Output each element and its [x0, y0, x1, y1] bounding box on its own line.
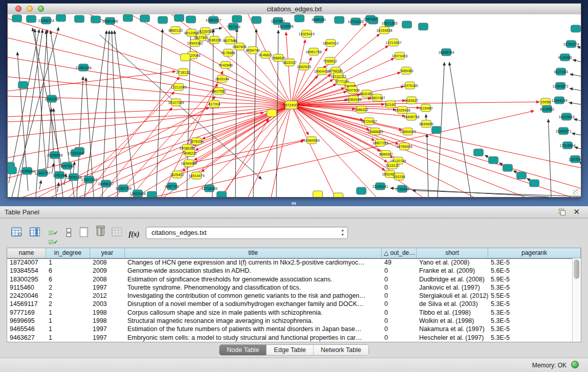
graph-node-teal[interactable] [503, 164, 513, 171]
tab-node-table[interactable]: Node Table [220, 345, 267, 355]
citation-edge-red[interactable] [177, 141, 303, 174]
graph-node-teal[interactable] [158, 16, 168, 24]
citation-edge-black[interactable] [449, 62, 471, 197]
graph-node-teal[interactable] [123, 14, 133, 21]
citation-edge-black[interactable] [574, 119, 581, 121]
citation-edge-black[interactable] [52, 163, 54, 174]
table-row[interactable]: 911546021997Tourette syndrome. Phenomeno… [7, 283, 573, 292]
citation-edge-black[interactable] [573, 60, 581, 62]
citation-edge-black[interactable] [57, 183, 59, 192]
graph-node-teal[interactable] [489, 157, 498, 164]
table-row[interactable]: 946362711997Embryonic stem cells: a mode… [7, 334, 573, 342]
citation-edge-black[interactable] [548, 119, 551, 197]
graph-node-teal[interactable] [75, 15, 84, 23]
graph-node-teal[interactable] [432, 126, 442, 134]
graph-node-teal[interactable] [147, 191, 157, 197]
graph-node-teal[interactable] [419, 23, 428, 30]
citation-edge-black[interactable] [212, 29, 213, 197]
graph-node-yellow[interactable] [313, 191, 323, 197]
citation-edge-black[interactable] [427, 134, 428, 197]
column-header-pagerank[interactable]: pagerank [488, 248, 581, 258]
vertical-scrollbar[interactable] [572, 258, 581, 342]
graph-node-teal[interactable] [18, 81, 28, 89]
citation-edge-red[interactable] [291, 105, 581, 188]
citation-edge-black[interactable] [156, 29, 163, 197]
citation-edge-red[interactable] [291, 105, 571, 197]
graph-node-yellow[interactable] [181, 54, 190, 61]
citation-edge-black[interactable] [9, 30, 39, 183]
table-row[interactable]: 969969511998Structural magnetic resonanc… [7, 317, 573, 325]
graph-node-teal[interactable] [8, 167, 17, 174]
graph-node-teal[interactable] [530, 180, 539, 187]
graph-node-teal[interactable] [12, 15, 22, 22]
resize-grip-icon[interactable] [573, 189, 580, 196]
citation-edge-black[interactable] [572, 134, 581, 136]
citation-edge-black[interactable] [115, 31, 136, 197]
citation-edge-red[interactable] [84, 77, 180, 197]
citation-edge-black[interactable] [48, 108, 51, 168]
node-attribute-table[interactable]: namein_degreeyeartitle△ out_de…shortpage… [7, 248, 581, 342]
citation-edge-black[interactable] [570, 74, 581, 76]
scrollbar-thumb[interactable] [574, 259, 579, 279]
citation-edge-red[interactable] [202, 105, 291, 172]
table-selector-dropdown[interactable]: citations_edges.txt ▲▼ [146, 227, 348, 239]
citation-edge-red[interactable] [189, 140, 304, 163]
select-columns-icon[interactable]: ☑✔☑✔ [47, 228, 60, 242]
citation-edge-red[interactable] [130, 96, 215, 197]
graph-node-teal[interactable] [175, 14, 184, 21]
column-header-out_de[interactable]: △ out_de… [382, 248, 417, 258]
table-body[interactable]: 1872400712008Changes of HCN gene express… [7, 258, 573, 342]
network-canvas[interactable]: 2105572420691406106532871527802846616010… [8, 14, 581, 197]
column-header-title[interactable]: title [125, 248, 382, 258]
graph-node-teal[interactable] [232, 15, 242, 23]
graph-node-teal[interactable] [91, 16, 101, 23]
close-panel-icon[interactable]: ✕ [573, 207, 580, 216]
citation-edge-red[interactable] [286, 32, 291, 105]
function-builder-icon[interactable]: f(x) [127, 229, 141, 244]
citation-edge-black[interactable] [570, 89, 581, 91]
table-row[interactable]: 977716911998Corpus callosum shape and si… [7, 309, 573, 317]
citation-edge-red[interactable] [291, 105, 581, 168]
graph-node-teal[interactable] [474, 149, 484, 156]
graph-node-teal[interactable] [295, 15, 304, 22]
column-header-year[interactable]: year [90, 248, 125, 258]
row-height-icon[interactable] [62, 228, 75, 242]
citation-edge-black[interactable] [39, 181, 41, 190]
dropdown-stepper-icon[interactable]: ▲▼ [341, 228, 344, 237]
delete-column-icon[interactable] [94, 227, 107, 242]
graph-node-teal[interactable] [27, 15, 36, 23]
graph-node-teal[interactable] [571, 25, 581, 32]
graph-node-teal[interactable] [335, 16, 344, 24]
citation-edge-red[interactable] [291, 105, 396, 110]
citation-edge-black[interactable] [235, 29, 237, 197]
citation-edge-black[interactable] [426, 115, 426, 120]
citation-edge-red[interactable] [8, 18, 291, 105]
table-row[interactable]: 946554611997Estimation of the future num… [7, 325, 573, 333]
network-window-titlebar[interactable]: citations_edges.txt [8, 4, 581, 15]
tab-network-table[interactable]: Network Table [314, 345, 368, 355]
new-column-icon[interactable] [77, 227, 91, 242]
table-header-row[interactable]: namein_degreeyeartitle△ out_de…shortpage… [7, 248, 581, 259]
graph-node-teal[interactable] [402, 21, 412, 28]
table-row[interactable]: 1830029562008Estimation of significance … [7, 275, 573, 283]
citation-edge-black[interactable] [569, 103, 581, 105]
column-header-short[interactable]: short [417, 248, 488, 258]
tab-edge-table[interactable]: Edge Table [267, 345, 313, 355]
table-settings-icon[interactable]: ⚙ [10, 227, 23, 242]
splitter-handle-icon[interactable] [292, 202, 296, 205]
table-row[interactable]: 1938455462009Genome-wide association stu… [7, 267, 573, 275]
table-row[interactable]: 1456911722003Disruption of a novel membe… [7, 300, 573, 308]
graph-node-teal[interactable] [217, 191, 227, 197]
citation-edge-red[interactable] [8, 105, 291, 178]
graph-node-teal[interactable] [140, 15, 150, 22]
table-row[interactable]: 2242004622012Investigating the contribut… [7, 292, 573, 300]
graph-node-teal[interactable] [56, 14, 66, 21]
citation-edge-black[interactable] [112, 31, 118, 197]
network-view-window[interactable]: citations_edges.txt 21055724206914061065… [7, 3, 581, 198]
float-window-icon[interactable] [559, 209, 565, 215]
column-header-in_degree[interactable]: in_degree [46, 248, 90, 258]
graph-node-yellow[interactable] [334, 193, 343, 197]
column-header-name[interactable]: name [7, 248, 46, 258]
graph-node-teal[interactable] [357, 187, 366, 194]
graph-node-teal[interactable] [252, 16, 262, 24]
